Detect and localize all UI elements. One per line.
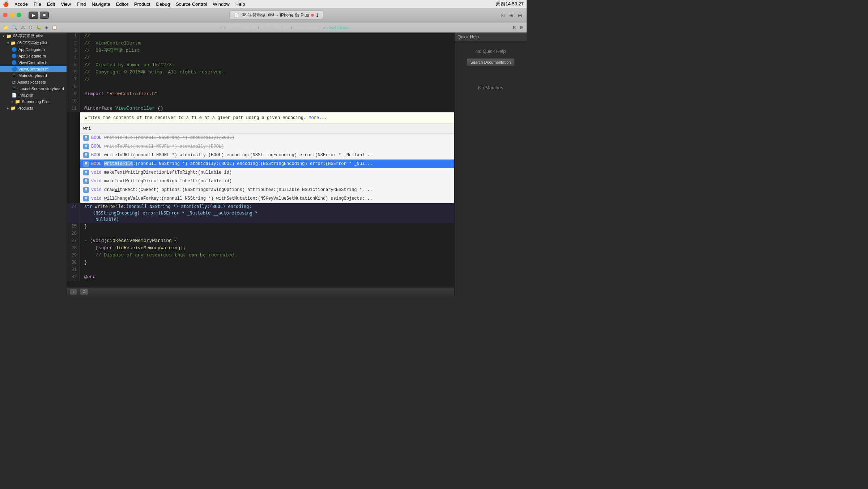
menu-find[interactable]: Find (77, 1, 86, 7)
search-prefix: wri (83, 125, 91, 132)
autocomplete-item[interactable]: M void drawWithRect:(CGRect) options:(NS… (80, 186, 454, 194)
line24-text1: str writeToFile:(nonnull NSString *) ato… (84, 203, 454, 210)
sidebar-label-subgroup: 08-字符串做 plist (17, 40, 47, 46)
autocomplete-item[interactable]: M void makeTextWritingDirectionLeftToRig… (80, 168, 454, 177)
autocomplete-item[interactable]: M BOOL writeToURL:(nonnull NSURL *) atom… (80, 151, 454, 160)
nav-test-icon[interactable]: ⬡ (27, 24, 34, 31)
navigator-toggle[interactable]: ⊡ (499, 12, 506, 19)
chevron-down-icon: ▾ (3, 34, 5, 38)
search-documentation-button[interactable]: Search Documentation (467, 58, 515, 66)
sidebar-item-supporting-files[interactable]: ▸ 📁 Supporting Files (0, 98, 67, 105)
nav-forward-btn[interactable]: › (224, 25, 225, 30)
sidebar-label-info-plist: Info.plist (18, 93, 33, 97)
sidebar-item-launchscreen[interactable]: 📱 LaunchScreen.storyboard (0, 85, 67, 92)
menu-navigate[interactable]: Navigate (92, 1, 110, 7)
code-line: 3 // 08-字符串做 plist (67, 47, 454, 54)
sidebar-item-appdelegate-h[interactable]: 🔵 AppDelegate.h (0, 46, 67, 53)
utilities-toggle[interactable]: ⊟ (516, 12, 524, 19)
autocomplete-item-selected[interactable]: M BOOL writeToFile:(nonnull NSString *) … (80, 160, 454, 168)
plist-icon: 📄 (12, 93, 17, 98)
quick-help-title: Quick Help (458, 34, 479, 39)
run-button[interactable]: ▶ (29, 12, 38, 19)
debug-toggle[interactable]: ⊞ (508, 12, 515, 19)
code-line: 8 (67, 83, 454, 90)
autocomplete-tooltip: Writes the contents of the receiver to a… (80, 112, 454, 124)
chevron-right-icon: › (276, 13, 278, 18)
code-editor[interactable]: 1 // 2 // ViewController.m 3 // 08-字符串做 … (67, 33, 454, 287)
code-line: 10 (67, 98, 454, 105)
no-quick-help-text: No Quick Help (476, 48, 506, 54)
error-dot (311, 14, 314, 17)
code-line: 2 // ViewController.m (67, 40, 454, 47)
nav-report-icon[interactable]: 📋 (50, 24, 59, 31)
nav-back-btn[interactable]: ‹ (220, 25, 222, 30)
storyboard-icon: 📱 (12, 73, 17, 78)
toolbar-center: 📄 08-字符串做 plist › iPhone 6s Plus 1 (55, 10, 498, 20)
scheme-selector[interactable]: 📄 08-字符串做 plist › iPhone 6s Plus 1 (229, 10, 323, 20)
autocomplete-item[interactable]: M BOOL writeToURL:(nonnull NSURL *) atom… (80, 142, 454, 151)
menu-debug[interactable]: Debug (156, 1, 170, 7)
autocomplete-item-text: BOOL writeToURL:(nonnull NSURL *) atomic… (91, 152, 373, 159)
code-line: 9 #import "ViewController.h" (67, 90, 454, 98)
sidebar-item-products[interactable]: ▸ 📁 Products (0, 105, 67, 111)
breadcrumb-scheme: 08-字符串做 plist (227, 25, 258, 30)
apple-menu[interactable]: 🍎 (3, 1, 9, 7)
breadcrumb-method: -viewDidLoad (326, 25, 350, 30)
menu-window[interactable]: Window (213, 1, 230, 7)
sidebar-item-viewcontroller-m[interactable]: 🔵 ViewController.m (0, 66, 67, 72)
add-file-button[interactable]: + (70, 289, 77, 295)
menu-product[interactable]: Product (134, 1, 150, 7)
nav-bar: 📁 🔍 ⚠ ⬡ 🐛 ◈ 📋 ‹ › 08-字符串做 plist › 08-字符串… (0, 22, 527, 33)
filter-button[interactable]: ⊙ (80, 289, 88, 295)
sidebar-label-assets: Assets.xcassets (17, 80, 46, 84)
autocomplete-item[interactable]: M void willChangeValueForKey:(nonnull NS… (80, 194, 454, 203)
code-line: 4 // (67, 54, 454, 61)
nav-debug-icon[interactable]: 🐛 (34, 24, 43, 31)
menu-edit[interactable]: Edit (47, 1, 55, 7)
storyboard-icon: 📱 (12, 86, 17, 91)
nav-search-icon[interactable]: 🔍 (10, 24, 19, 31)
sidebar-item-viewcontroller-h[interactable]: 🔵 ViewController.h (0, 59, 67, 66)
editor-standard-btn[interactable]: ⊡ (511, 24, 518, 31)
no-matches-text: No Matches (478, 85, 503, 90)
folder-icon: 📁 (6, 34, 12, 39)
code-line: 26 (67, 230, 454, 237)
close-button[interactable] (3, 13, 8, 17)
sidebar-item-assets[interactable]: 🗂 Assets.xcassets (0, 79, 67, 85)
scheme-icon: 📄 (234, 13, 239, 18)
nav-breakpoint-icon[interactable]: ◈ (43, 24, 50, 31)
traffic-lights (3, 13, 21, 17)
code-line: 7 // (67, 76, 454, 83)
nav-folder-icon[interactable]: 📁 (1, 24, 10, 31)
stop-button[interactable]: ■ (40, 12, 49, 19)
nav-warning-icon[interactable]: ⚠ (20, 24, 26, 31)
maximize-button[interactable] (17, 13, 21, 17)
method-badge: M (83, 170, 89, 175)
sidebar-label-viewcontroller-m: ViewController.m (18, 67, 48, 71)
menu-xcode[interactable]: Xcode (14, 1, 28, 7)
sidebar-item-main-storyboard[interactable]: 📱 Main.storyboard (0, 72, 67, 79)
header-file-icon: 🔵 (12, 60, 17, 65)
sidebar-item-appdelegate-m[interactable]: 🔵 AppDelegate.m (0, 53, 67, 59)
code-line: 30 } (67, 259, 454, 266)
code-line-24: 24 str writeToFile:(nonnull NSString *) … (67, 203, 454, 223)
autocomplete-item[interactable]: M BOOL writeToFile:(nonnull NSString *) … (80, 133, 454, 142)
method-badge: M (83, 135, 89, 141)
scheme-name: 08-字符串做 plist (242, 12, 274, 18)
menu-view[interactable]: View (61, 1, 71, 7)
sidebar-item-root-group[interactable]: ▾ 📁 08-字符串做 plist (0, 33, 67, 39)
tooltip-more-link[interactable]: More... (309, 115, 327, 120)
clock: 周四14:53:27 (496, 1, 524, 7)
menu-file[interactable]: File (34, 1, 41, 7)
minimize-button[interactable] (10, 13, 14, 17)
menu-editor[interactable]: Editor (116, 1, 128, 7)
menu-source-control[interactable]: Source Control (176, 1, 207, 7)
sidebar-item-subgroup[interactable]: ▾ 📁 08-字符串做 plist (0, 39, 67, 46)
method-badge: M (83, 178, 89, 184)
editor-assistant-btn[interactable]: ⊞ (519, 24, 525, 31)
sidebar-item-info-plist[interactable]: 📄 Info.plist (0, 92, 67, 98)
method-badge: M (83, 144, 89, 149)
impl-file-icon: 🔵 (12, 54, 17, 59)
menu-help[interactable]: Help (235, 1, 245, 7)
autocomplete-item[interactable]: M void makeTextWritingDirectionRightToLe… (80, 177, 454, 186)
